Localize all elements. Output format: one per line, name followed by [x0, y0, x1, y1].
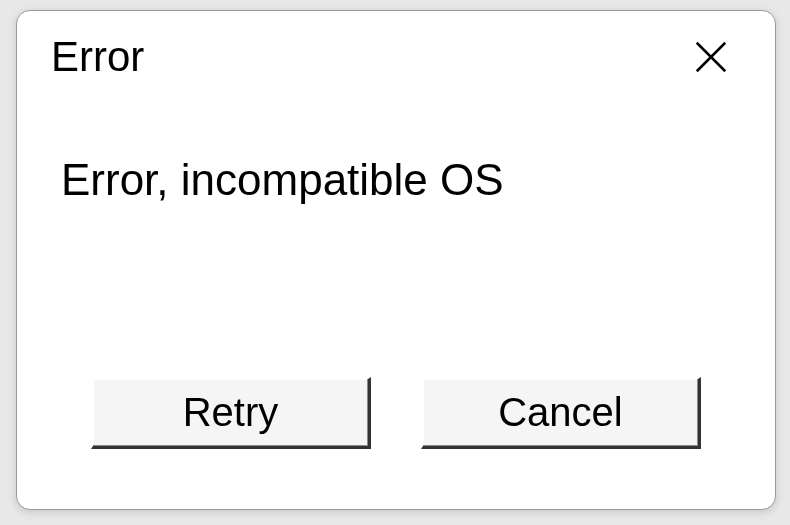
title-bar: Error — [17, 11, 775, 103]
close-icon — [692, 38, 730, 76]
cancel-button[interactable]: Cancel — [421, 377, 701, 449]
dialog-title: Error — [51, 33, 144, 81]
error-message: Error, incompatible OS — [61, 155, 504, 206]
close-button[interactable] — [681, 27, 741, 87]
dialog-content: Error, incompatible OS — [17, 103, 775, 377]
retry-button[interactable]: Retry — [91, 377, 371, 449]
error-dialog: Error Error, incompatible OS Retry Cance… — [16, 10, 776, 510]
button-row: Retry Cancel — [17, 377, 775, 509]
